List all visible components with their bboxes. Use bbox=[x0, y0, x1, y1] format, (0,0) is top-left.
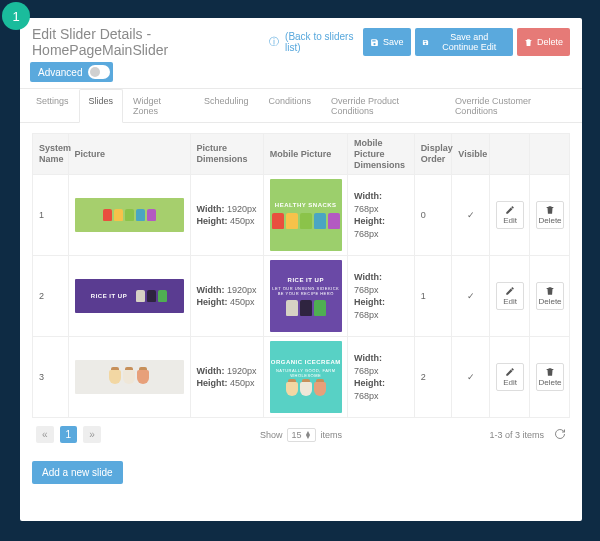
cell-mobile-picture: HEALTHY SNACKS bbox=[263, 175, 347, 256]
cell-mobile-dim: Width: 768pxHeight: 768px bbox=[348, 175, 415, 256]
cell-picture: RICE IT UP bbox=[68, 256, 190, 337]
cell-system: 2 bbox=[33, 256, 69, 337]
edit-row-button[interactable]: Edit bbox=[496, 201, 524, 229]
cell-visible: ✓ bbox=[452, 337, 490, 418]
cell-action: Delete bbox=[530, 337, 570, 418]
tab-conditions[interactable]: Conditions bbox=[259, 89, 322, 123]
cell-picture bbox=[68, 175, 190, 256]
cell-picture-dim: Width: 1920pxHeight: 450px bbox=[190, 337, 263, 418]
col-visible[interactable]: Visible bbox=[452, 134, 490, 175]
table-row: 1Width: 1920pxHeight: 450pxHEALTHY SNACK… bbox=[33, 175, 570, 256]
add-new-slide-button[interactable]: Add a new slide bbox=[32, 461, 123, 484]
col-system[interactable]: System Name bbox=[33, 134, 69, 175]
pencil-icon bbox=[505, 286, 515, 296]
tab-slides[interactable]: Slides bbox=[79, 89, 124, 123]
delete-row-button[interactable]: Delete bbox=[536, 282, 564, 310]
col-mobile-picture[interactable]: Mobile Picture bbox=[263, 134, 347, 175]
cell-system: 3 bbox=[33, 337, 69, 418]
pager-items-label: items bbox=[320, 430, 342, 440]
toggle-icon bbox=[88, 65, 110, 79]
save-icon bbox=[422, 38, 429, 47]
edit-row-button[interactable]: Edit bbox=[496, 363, 524, 391]
trash-icon bbox=[545, 367, 555, 377]
col-picture-dim[interactable]: Picture Dimensions bbox=[190, 134, 263, 175]
pager-page-1[interactable]: 1 bbox=[60, 426, 78, 443]
action-label: Edit bbox=[503, 297, 517, 306]
table-row: 2RICE IT UPWidth: 1920pxHeight: 450pxRIC… bbox=[33, 256, 570, 337]
step-badge: 1 bbox=[2, 2, 30, 30]
action-label: Delete bbox=[538, 216, 561, 225]
refresh-icon bbox=[554, 428, 566, 440]
page-title: Edit Slider Details - HomePageMainSlider bbox=[32, 26, 265, 58]
cell-action: Delete bbox=[530, 256, 570, 337]
picture-thumb bbox=[75, 360, 184, 394]
delete-button[interactable]: Delete bbox=[517, 28, 570, 56]
col-mobile-dim[interactable]: Mobile Picture Dimensions bbox=[348, 134, 415, 175]
col-order[interactable]: Display Order bbox=[414, 134, 452, 175]
cell-visible: ✓ bbox=[452, 256, 490, 337]
refresh-button[interactable] bbox=[554, 428, 566, 442]
trash-icon bbox=[524, 38, 533, 47]
tab-content: System Name Picture Picture Dimensions M… bbox=[20, 123, 582, 521]
pager-prev[interactable]: « bbox=[36, 426, 54, 443]
cell-mobile-dim: Width: 768pxHeight: 768px bbox=[348, 256, 415, 337]
table-row: 3Width: 1920pxHeight: 450pxORGANIC ICECR… bbox=[33, 337, 570, 418]
pager-summary: 1-3 of 3 items bbox=[489, 430, 544, 440]
delete-row-button[interactable]: Delete bbox=[536, 363, 564, 391]
cell-visible: ✓ bbox=[452, 175, 490, 256]
advanced-label: Advanced bbox=[38, 67, 82, 78]
advanced-toggle[interactable]: Advanced bbox=[30, 62, 113, 82]
trash-icon bbox=[545, 205, 555, 215]
cell-action: Delete bbox=[530, 175, 570, 256]
cell-mobile-picture: RICE IT UPLET OUR UNSUNG SIDEKICK BE YOU… bbox=[263, 256, 347, 337]
mobile-picture-thumb: HEALTHY SNACKS bbox=[270, 179, 342, 251]
cell-order: 2 bbox=[414, 337, 452, 418]
cell-action: Edit bbox=[490, 175, 530, 256]
tab-settings[interactable]: Settings bbox=[26, 89, 79, 123]
action-label: Delete bbox=[538, 297, 561, 306]
save-continue-button[interactable]: Save and Continue Edit bbox=[415, 28, 513, 56]
table-header-row: System Name Picture Picture Dimensions M… bbox=[33, 134, 570, 175]
save-label: Save bbox=[383, 37, 404, 47]
picture-thumb: RICE IT UP bbox=[75, 279, 184, 313]
action-label: Edit bbox=[503, 216, 517, 225]
save-icon bbox=[370, 38, 379, 47]
cell-system: 1 bbox=[33, 175, 69, 256]
tab-override-product-conditions[interactable]: Override Product Conditions bbox=[321, 89, 445, 123]
cell-picture-dim: Width: 1920pxHeight: 450px bbox=[190, 175, 263, 256]
mobile-picture-thumb: ORGANIC ICECREAMNATURALLY GOOD, FARM WHO… bbox=[270, 341, 342, 413]
mobile-picture-thumb: RICE IT UPLET OUR UNSUNG SIDEKICK BE YOU… bbox=[270, 260, 342, 332]
trash-icon bbox=[545, 286, 555, 296]
save-continue-label: Save and Continue Edit bbox=[433, 32, 506, 52]
col-picture[interactable]: Picture bbox=[68, 134, 190, 175]
main-panel: Edit Slider Details - HomePageMainSlider… bbox=[20, 18, 582, 521]
tab-scheduling[interactable]: Scheduling bbox=[194, 89, 259, 123]
tabs: SettingsSlidesWidget ZonesSchedulingCond… bbox=[20, 88, 582, 123]
tab-widget-zones[interactable]: Widget Zones bbox=[123, 89, 194, 123]
stepper-icon: ▲▼ bbox=[305, 431, 312, 439]
action-label: Delete bbox=[538, 378, 561, 387]
page-size-value: 15 bbox=[292, 430, 302, 440]
back-to-list-link[interactable]: (Back to sliders list) bbox=[285, 31, 363, 53]
pencil-icon bbox=[505, 205, 515, 215]
slides-table: System Name Picture Picture Dimensions M… bbox=[32, 133, 570, 418]
save-button[interactable]: Save bbox=[363, 28, 411, 56]
cell-order: 1 bbox=[414, 256, 452, 337]
cell-picture bbox=[68, 337, 190, 418]
cell-mobile-dim: Width: 768pxHeight: 768px bbox=[348, 337, 415, 418]
edit-row-button[interactable]: Edit bbox=[496, 282, 524, 310]
pager-next[interactable]: » bbox=[83, 426, 101, 443]
info-icon: ⓘ bbox=[269, 35, 279, 49]
cell-order: 0 bbox=[414, 175, 452, 256]
page-size-select[interactable]: 15 ▲▼ bbox=[287, 428, 317, 442]
cell-action: Edit bbox=[490, 337, 530, 418]
delete-row-button[interactable]: Delete bbox=[536, 201, 564, 229]
delete-label: Delete bbox=[537, 37, 563, 47]
picture-thumb bbox=[75, 198, 184, 232]
tab-override-customer-conditions[interactable]: Override Customer Conditions bbox=[445, 89, 576, 123]
pager: « 1 » Show 15 ▲▼ items 1-3 of 3 items bbox=[32, 418, 570, 451]
cell-mobile-picture: ORGANIC ICECREAMNATURALLY GOOD, FARM WHO… bbox=[263, 337, 347, 418]
action-label: Edit bbox=[503, 378, 517, 387]
pencil-icon bbox=[505, 367, 515, 377]
panel-header: Edit Slider Details - HomePageMainSlider… bbox=[20, 18, 582, 62]
